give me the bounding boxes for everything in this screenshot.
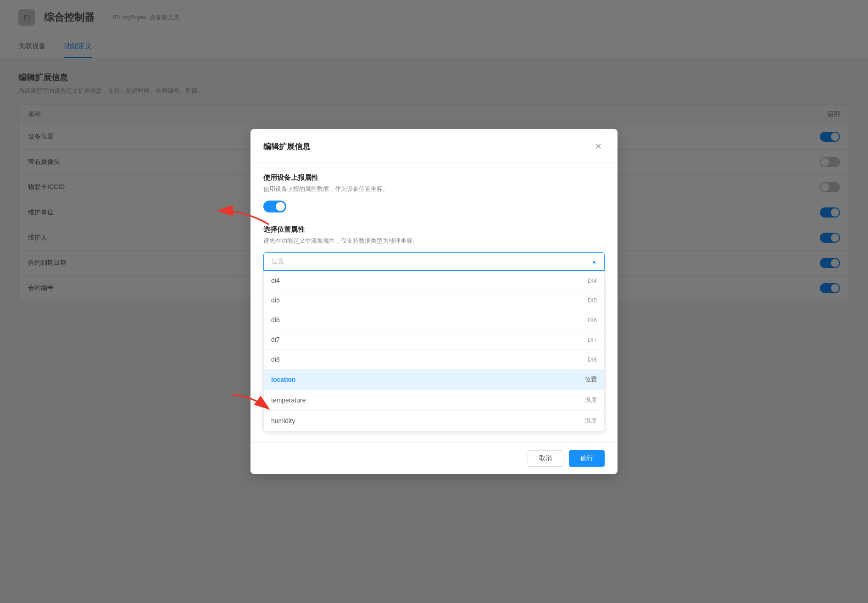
cancel-button[interactable]: 取消 xyxy=(528,450,563,467)
dropdown-item-di8[interactable]: di8 DI8 xyxy=(264,350,604,369)
item-key: location xyxy=(271,376,296,383)
item-label: DI6 xyxy=(588,317,597,324)
modal-header: 编辑扩展信息 ✕ xyxy=(250,129,618,162)
modal-title: 编辑扩展信息 xyxy=(263,141,310,152)
dropdown-item-di5[interactable]: di5 DI5 xyxy=(264,290,604,310)
dropdown-list: di4 DI4 di5 DI5 di6 DI6 di7 DI7 xyxy=(263,271,605,431)
item-key: humidity xyxy=(271,417,295,424)
select-section-desc: 请先在功能定义中添加属性，仅支持数据类型为地理坐标。 xyxy=(263,237,605,245)
item-key: di6 xyxy=(271,316,280,324)
item-label: 湿度 xyxy=(585,417,597,425)
item-key: di4 xyxy=(271,277,280,284)
select-section-label: 选择位置属性 xyxy=(263,225,605,234)
modal-overlay: 编辑扩展信息 ✕ 使用设备上报属性 使用设备上报的属性数据，作为设备位置坐标。 … xyxy=(0,0,868,603)
chevron-up-icon: ▲ xyxy=(591,258,597,265)
confirm-button[interactable]: 确行 xyxy=(569,450,605,467)
dropdown-item-humidity[interactable]: humidity 湿度 xyxy=(264,411,604,431)
dropdown-item-di6[interactable]: di6 DI6 xyxy=(264,310,604,330)
item-key: di8 xyxy=(271,356,280,363)
toggle-section-label: 使用设备上报属性 xyxy=(263,173,605,182)
item-key: di5 xyxy=(271,296,280,304)
dropdown-item-location[interactable]: location 位置 xyxy=(264,369,604,390)
item-label: DI8 xyxy=(588,356,597,363)
modal-dialog: 编辑扩展信息 ✕ 使用设备上报属性 使用设备上报的属性数据，作为设备位置坐标。 … xyxy=(250,129,618,474)
use-device-report-toggle[interactable] xyxy=(263,201,286,212)
item-key: temperature xyxy=(271,396,306,404)
item-label: DI5 xyxy=(588,297,597,304)
item-label: DI4 xyxy=(588,277,597,284)
item-label: 温度 xyxy=(585,396,597,404)
dropdown-item-temperature[interactable]: temperature 温度 xyxy=(264,390,604,411)
dropdown-item-di4[interactable]: di4 DI4 xyxy=(264,271,604,290)
dropdown-item-di7[interactable]: di7 DI7 xyxy=(264,330,604,350)
item-key: di7 xyxy=(271,336,280,343)
modal-footer: 取消 确行 xyxy=(250,442,618,474)
location-select-input[interactable]: 位置 ▲ xyxy=(263,252,605,271)
item-label: 位置 xyxy=(585,375,597,384)
location-select-wrapper: 位置 ▲ di4 DI4 di5 DI5 di6 DI6 xyxy=(263,252,605,431)
select-placeholder: 位置 xyxy=(271,257,284,266)
modal-body: 使用设备上报属性 使用设备上报的属性数据，作为设备位置坐标。 选择位置属性 请先… xyxy=(250,162,618,442)
item-label: DI7 xyxy=(588,336,597,343)
toggle-section-desc: 使用设备上报的属性数据，作为设备位置坐标。 xyxy=(263,185,605,193)
modal-close-button[interactable]: ✕ xyxy=(592,140,605,153)
